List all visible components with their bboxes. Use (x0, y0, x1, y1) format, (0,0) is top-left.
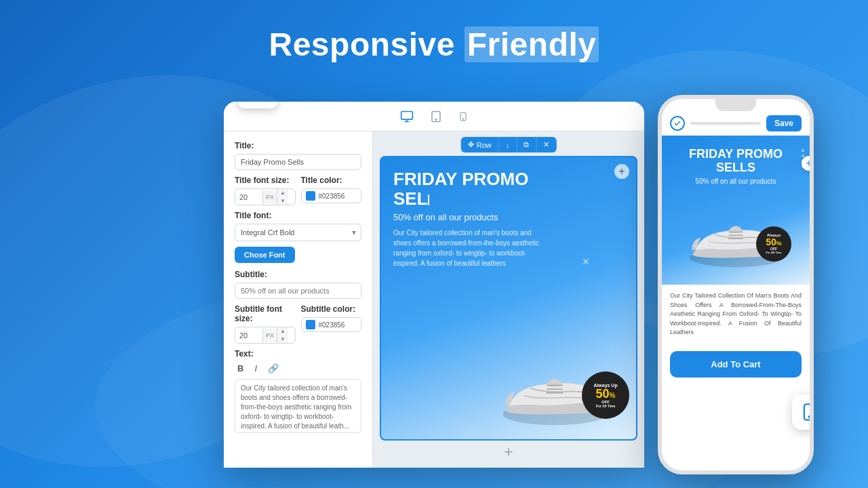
subtitle-color-picker[interactable]: #023856 (301, 317, 362, 332)
title-part2: Friendly (465, 26, 599, 62)
title-label: Title: (235, 141, 361, 150)
add-element-button[interactable]: + (614, 164, 629, 179)
subtitle-color-hex: #023856 (319, 321, 345, 329)
desktop-icon-button[interactable] (237, 102, 278, 108)
svg-point-8 (462, 118, 463, 119)
subtitle-input[interactable] (235, 283, 361, 299)
subtitle-font-size-arrows[interactable]: ▲ ▼ (277, 327, 288, 343)
editor-panel: Title: Title font size: PX ▲ ▼ (224, 131, 373, 468)
tablet-device-icon[interactable] (430, 110, 442, 123)
phone-topbar: Save (662, 111, 810, 136)
title-font-select-wrap[interactable]: Integral Crf Bold (235, 224, 361, 241)
phone-floating-icon (792, 394, 814, 430)
device-topbar (224, 102, 644, 131)
phone-shoe-wrap: Always 50% OFF For All Time (670, 190, 802, 272)
text-label: Text: (235, 349, 361, 359)
title-color-picker[interactable]: #023856 (301, 188, 362, 203)
mobile-device-icon[interactable] (458, 110, 468, 123)
subtitle-color-label: Subtitle color: (301, 304, 362, 314)
row-toolbar: ✥ Row ↓ ⧉ ✕ (461, 137, 557, 152)
row-copy-btn[interactable]: ⧉ (517, 137, 536, 152)
svg-rect-4 (401, 111, 413, 119)
title-color-hex: #023856 (319, 192, 345, 200)
row-label: Row (477, 141, 492, 149)
title-font-select[interactable]: Integral Crf Bold (235, 224, 361, 241)
phone-content: Our City Tailored Collection Of Man's Bo… (662, 285, 810, 344)
link-button[interactable]: 🔗 (265, 362, 281, 375)
phone-check-icon (670, 116, 685, 131)
phone-progress-bar (690, 122, 761, 125)
subtitle-font-size-label: Subtitle font size: (235, 304, 296, 323)
phone-plus-button[interactable]: + (802, 156, 810, 171)
close-icon: ✕ (543, 140, 549, 149)
italic-button[interactable]: I (252, 362, 260, 375)
add-row-button[interactable]: + (505, 443, 513, 461)
promo-title: FRIDAY PROMO SEL (393, 169, 532, 208)
subtitle-font-size-input[interactable] (235, 328, 262, 343)
title-color-swatch (306, 191, 315, 201)
svg-point-18 (809, 416, 810, 418)
phone-save-button[interactable]: Save (766, 115, 802, 131)
subtitle-label: Subtitle: (235, 270, 361, 279)
promo-card: + FRIDAY PROMO SEL 50% off on all our pr… (380, 156, 637, 441)
phone-promo-section: FRIDAY PROMOSELLS 50% off on all our pro… (662, 136, 810, 285)
text-content[interactable]: Our City tailored collection of man's bo… (235, 379, 361, 433)
phone-promo-badge: Always 50% OFF For All Time (756, 226, 791, 262)
phone-notch (715, 99, 756, 111)
bold-button[interactable]: B (235, 362, 246, 375)
row-close-btn[interactable]: ✕ (536, 137, 556, 152)
phone-promo-title: FRIDAY PROMOSELLS (670, 148, 802, 175)
title-input[interactable] (235, 154, 361, 170)
title-font-size-arrows[interactable]: ▲ ▼ (277, 189, 288, 205)
desktop-device-icon[interactable] (400, 110, 414, 123)
title-font-size-label: Title font size: (235, 176, 296, 185)
page-title: Responsive Friendly (0, 0, 868, 63)
promo-subtitle: 50% off on all our products (393, 212, 624, 222)
chose-font-button[interactable]: Chose Font (235, 247, 295, 263)
desktop-mockup: Title: Title font size: PX ▲ ▼ (224, 102, 644, 468)
title-font-size-input[interactable] (235, 190, 262, 205)
title-font-label: Title font: (235, 211, 361, 220)
move-icon: ✥ (468, 140, 474, 149)
subtitle-color-swatch (306, 320, 315, 329)
promo-badge: Always Up 50% OFF For All Time (582, 371, 629, 419)
svg-point-6 (435, 119, 437, 120)
promo-shoe-image: Always Up 50% OFF For All Time (494, 362, 637, 432)
add-to-cart-button[interactable]: Add To Cart (670, 351, 802, 378)
title-font-size-unit: PX (262, 190, 277, 204)
x-decoration: ✕ (582, 256, 590, 267)
promo-description: Our City tailored collection of man's bo… (393, 228, 543, 268)
phone-promo-subtitle: 50% off on all our products (670, 178, 802, 185)
copy-icon: ⧉ (524, 140, 529, 149)
phone-mockup: Save FRIDAY PROMOSELLS 50% off on all ou… (658, 95, 814, 474)
row-download-btn[interactable]: ↓ (499, 138, 517, 152)
text-formatting-toolbar: B I 🔗 (235, 362, 361, 375)
canvas-area: ✥ Row ↓ ⧉ ✕ + (373, 131, 644, 468)
title-part1: Responsive (269, 26, 455, 62)
phone-description: Our City Tailored Collection Of Man's Bo… (670, 291, 802, 338)
title-color-label: Title color: (301, 176, 362, 185)
download-icon: ↓ (506, 141, 510, 149)
row-move-handle[interactable]: ✥ Row (461, 137, 499, 152)
